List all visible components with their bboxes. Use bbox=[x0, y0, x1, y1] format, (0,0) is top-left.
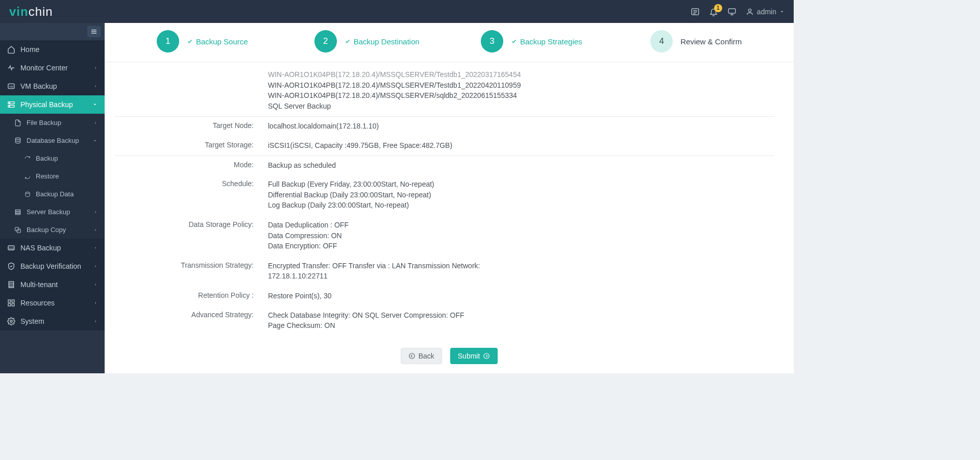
nav-backup-verification[interactable]: Backup Verification bbox=[0, 257, 105, 275]
nav-system[interactable]: System bbox=[0, 312, 105, 330]
nav-db-restore[interactable]: Restore bbox=[0, 167, 105, 185]
nav-vm-backup[interactable]: VM VM Backup bbox=[0, 77, 105, 95]
nav-multi-tenant-label: Multi-tenant bbox=[20, 280, 58, 289]
source-line-0: WIN-AOR1O1K04PB(172.18.20.4)/MSSQLSERVER… bbox=[268, 70, 774, 80]
notifications-icon[interactable]: 1 bbox=[709, 7, 718, 16]
svg-rect-9 bbox=[91, 31, 96, 32]
nav-resources-label: Resources bbox=[20, 299, 55, 307]
chevron-left-icon bbox=[93, 65, 97, 71]
nav-db-backup-data[interactable]: Backup Data bbox=[0, 185, 105, 203]
nav-home[interactable]: Home bbox=[0, 40, 105, 59]
step-backup-source[interactable]: 1 Backup Source bbox=[120, 30, 285, 53]
nav-multi-tenant[interactable]: Multi-tenant bbox=[0, 275, 105, 294]
svg-point-34 bbox=[10, 320, 12, 322]
svg-point-36 bbox=[484, 353, 489, 359]
source-line-1: WIN-AOR1O1K04PB(172.18.20.4)/MSSQLSERVER… bbox=[268, 81, 774, 91]
nas-icon: NAS bbox=[7, 244, 15, 252]
svg-point-15 bbox=[9, 103, 10, 103]
source-line-2: WIN-AOR1O1K04PB(172.18.20.4)/MSSQLSERVER… bbox=[268, 91, 774, 101]
nav-physical-backup[interactable]: Physical Backup bbox=[0, 95, 105, 114]
disk-icon bbox=[24, 191, 31, 197]
server-icon bbox=[7, 100, 15, 109]
nav-database-backup[interactable]: Database Backup bbox=[0, 132, 105, 149]
row-target-storage-key: Target Storage: bbox=[115, 141, 268, 149]
sidebar-toggle-button[interactable] bbox=[87, 26, 101, 37]
svg-text:NAS: NAS bbox=[9, 247, 14, 250]
brand-part2: chin bbox=[29, 5, 53, 19]
chevron-left-icon bbox=[93, 120, 97, 126]
nav-nas-backup[interactable]: NAS NAS Backup bbox=[0, 239, 105, 257]
svg-text:VM: VM bbox=[9, 85, 13, 88]
step-1-label: Backup Source bbox=[187, 37, 248, 46]
refresh-icon bbox=[24, 156, 31, 162]
svg-rect-19 bbox=[15, 210, 20, 211]
submit-button-label: Submit bbox=[458, 352, 480, 360]
row-advanced-strategy-value: Check Database Integrity: ON SQL Server … bbox=[268, 311, 774, 331]
row-transmission-strategy: Transmission Strategy: Encrypted Transfe… bbox=[115, 257, 774, 287]
footer: Back Submit bbox=[105, 342, 794, 373]
row-mode-value: Backup as scheduled bbox=[268, 161, 774, 171]
svg-point-16 bbox=[9, 106, 10, 107]
nav-db-backup-label: Backup bbox=[36, 155, 58, 162]
step-4-text: Review & Confirm bbox=[680, 37, 742, 46]
step-2-num: 2 bbox=[314, 30, 337, 53]
check-icon bbox=[187, 38, 193, 44]
row-schedule: Schedule: Full Backup (Every Friday, 23:… bbox=[115, 175, 774, 216]
step-backup-destination[interactable]: 2 Backup Destination bbox=[285, 30, 450, 53]
chevron-left-icon bbox=[93, 318, 97, 324]
svg-rect-4 bbox=[728, 9, 736, 13]
user-menu[interactable]: admin bbox=[746, 8, 785, 16]
dsp-line-2: Data Encryption: OFF bbox=[268, 241, 774, 251]
arrow-right-circle-icon bbox=[483, 352, 490, 360]
nav-physical-backup-label: Physical Backup bbox=[20, 100, 73, 109]
ts-line-0: Encrypted Transfer: OFF Transfer via : L… bbox=[268, 261, 774, 271]
row-advanced-strategy-key: Advanced Strategy: bbox=[115, 311, 268, 319]
copy-icon bbox=[14, 226, 21, 234]
row-speed-controller-value: N/A bbox=[268, 341, 774, 342]
step-review-confirm[interactable]: 4 Review & Confirm bbox=[614, 30, 779, 53]
step-2-text: Backup Destination bbox=[354, 37, 420, 46]
step-1-num: 1 bbox=[157, 30, 179, 53]
schedule-line-0: Full Backup (Every Friday, 23:00:00Start… bbox=[268, 180, 774, 190]
review-container: WIN-AOR1O1K04PB(172.18.20.4)/MSSQLSERVER… bbox=[105, 62, 794, 342]
monitor-icon[interactable] bbox=[727, 7, 737, 16]
nav-file-backup[interactable]: File Backup bbox=[0, 114, 105, 132]
panel: 1 Backup Source 2 Backup Destination 3 bbox=[105, 23, 794, 373]
nav-db-backup[interactable]: Backup bbox=[0, 149, 105, 167]
nav-database-backup-label: Database Backup bbox=[27, 137, 79, 144]
row-retention-policy-value: Restore Point(s), 30 bbox=[268, 291, 774, 301]
chevron-left-icon bbox=[93, 209, 97, 215]
nav-database-sub: Backup Restore Backup Data bbox=[0, 149, 105, 203]
row-data-storage-policy-value: Data Deduplication : OFF Data Compressio… bbox=[268, 220, 774, 252]
row-schedule-key: Schedule: bbox=[115, 180, 268, 188]
chevron-left-icon bbox=[93, 83, 97, 89]
row-speed-controller: Speed Controller: N/A bbox=[115, 336, 774, 342]
sidebar: Home Monitor Center VM VM Backup Physica… bbox=[0, 23, 105, 373]
chevron-down-icon bbox=[779, 9, 785, 14]
nav-server-backup[interactable]: Server Backup bbox=[0, 203, 105, 221]
svg-rect-33 bbox=[12, 303, 14, 306]
database-icon bbox=[14, 137, 21, 144]
step-backup-strategies[interactable]: 3 Backup Strategies bbox=[449, 30, 614, 53]
nav-backup-copy[interactable]: Backup Copy bbox=[0, 221, 105, 239]
check-icon bbox=[511, 38, 517, 44]
review-scroll[interactable]: WIN-AOR1O1K04PB(172.18.20.4)/MSSQLSERVER… bbox=[105, 62, 785, 342]
rack-icon bbox=[14, 209, 21, 216]
back-button[interactable]: Back bbox=[401, 348, 442, 364]
chevron-down-icon bbox=[92, 138, 97, 143]
svg-rect-21 bbox=[15, 213, 20, 214]
home-icon bbox=[7, 45, 15, 54]
step-1-text: Backup Source bbox=[196, 37, 248, 46]
svg-point-35 bbox=[409, 353, 414, 359]
nav-monitor-center[interactable]: Monitor Center bbox=[0, 59, 105, 77]
list-icon[interactable] bbox=[691, 7, 700, 16]
nav-resources[interactable]: Resources bbox=[0, 294, 105, 312]
nav-backup-copy-label: Backup Copy bbox=[27, 226, 66, 234]
schedule-line-2: Log Backup (Daily 23:00:00Start, No-repe… bbox=[268, 200, 774, 211]
svg-point-7 bbox=[748, 9, 751, 11]
restore-icon bbox=[24, 173, 31, 180]
row-speed-controller-key: Speed Controller: bbox=[115, 341, 268, 342]
submit-button[interactable]: Submit bbox=[450, 348, 498, 364]
as-line-1: Page Checksum: ON bbox=[268, 321, 774, 331]
nav-server-backup-label: Server Backup bbox=[27, 208, 70, 216]
